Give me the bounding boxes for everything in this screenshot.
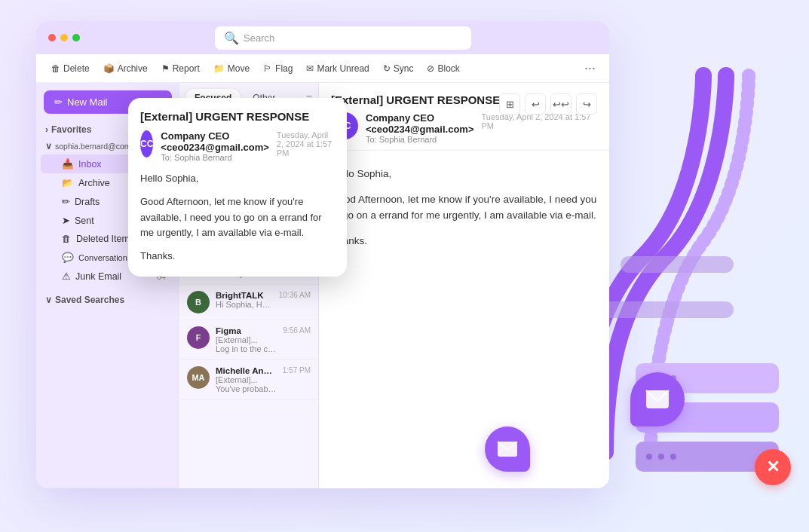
history-icon: 💬: [62, 252, 74, 263]
inbox-icon: 📥: [62, 158, 74, 170]
search-icon: 🔍: [224, 31, 239, 45]
email-item[interactable]: B BrightTALK Hi Sophia, Here is what... …: [179, 285, 318, 320]
server-dot: [658, 454, 664, 460]
chevron-right-icon-2: ∨: [45, 295, 52, 305]
email-detail-pane: [External] URGENT RESPONSE ⊞ ↩ ↩↩ ↪ CC C…: [319, 83, 609, 488]
email-subject-preview: Log in to the conferen...: [216, 344, 277, 353]
email-body: Hello Sophia, Good Afternoon, let me kno…: [319, 151, 609, 488]
spotlight-greeting: Hello Sophia,: [140, 171, 335, 187]
archive-icon: 📦: [103, 63, 115, 74]
email-item[interactable]: F Figma [External]... Log in to the conf…: [179, 320, 318, 360]
close-traffic-light[interactable]: [48, 34, 56, 41]
email-sender: Figma: [216, 326, 277, 335]
sidebar-saved-searches-header[interactable]: ∨ Saved Searches: [36, 292, 179, 308]
server-dot: [646, 454, 652, 460]
email-item[interactable]: MA Michelle Anderson [External]... You'v…: [179, 360, 318, 400]
email-detail-header: [External] URGENT RESPONSE ⊞ ↩ ↩↩ ↪ CC C…: [319, 83, 609, 151]
avatar: MA: [187, 366, 210, 389]
svg-rect-0: [621, 256, 734, 273]
sent-icon: ➤: [62, 215, 70, 226]
traffic-lights: [48, 34, 80, 41]
reply-button[interactable]: ↩: [525, 93, 546, 115]
spotlight-sender-row: CC Company CEO <ceo0234@gmail.com> To: S…: [140, 130, 335, 162]
email-time: 1:57 PM: [283, 366, 311, 375]
body-content: Good Afternoon, let me know if you're av…: [331, 191, 597, 224]
reply-all-button[interactable]: ↩↩: [550, 93, 572, 115]
expand-button[interactable]: ⊞: [499, 93, 520, 115]
email-time: 10:36 AM: [279, 291, 311, 299]
report-button[interactable]: ⚑ Report: [155, 60, 206, 77]
junk-icon: ⚠: [62, 271, 71, 282]
email-preview: [External]...: [216, 375, 277, 384]
email-subject-preview: You've probably heard...: [216, 384, 277, 393]
forward-button[interactable]: ↪: [576, 93, 597, 115]
body-greeting: Hello Sophia,: [331, 166, 597, 182]
sync-button[interactable]: ↻ Sync: [377, 60, 420, 77]
toolbar: 🗑 Delete 📦 Archive ⚑ Report 📁 Move 🏳 Fla…: [36, 54, 609, 83]
sender-to: To: Sophia Bernard: [366, 135, 473, 144]
block-icon: ⊘: [427, 63, 434, 74]
deleted-icon: 🗑: [62, 234, 72, 244]
search-bar[interactable]: 🔍 Search: [215, 26, 471, 50]
svg-rect-1: [598, 301, 734, 318]
archive-button[interactable]: 📦 Archive: [97, 60, 154, 77]
avatar: B: [187, 291, 210, 313]
chevron-down-icon: ∨: [45, 141, 52, 151]
mark-unread-button[interactable]: ✉ Mark Unread: [300, 60, 375, 77]
more-options-button[interactable]: ···: [580, 60, 600, 76]
email-sender: Michelle Anderson: [216, 366, 277, 375]
mail-icon-svg-2: [497, 441, 518, 457]
sender-name: Company CEO <ceo0234@gmail.com>: [366, 112, 473, 135]
compose-icon: ✏: [54, 96, 63, 108]
delete-icon: 🗑: [51, 63, 60, 74]
move-button[interactable]: 📁 Move: [207, 60, 256, 77]
spotlight-content: Good Afternoon, let me know if you're av…: [140, 194, 335, 241]
spotlight-avatar: CC: [140, 130, 153, 157]
email-preview: [External]...: [216, 335, 277, 344]
mail-icon-svg: [645, 390, 670, 409]
delete-button[interactable]: 🗑 Delete: [45, 60, 96, 77]
flag-button[interactable]: 🏳 Flag: [257, 60, 299, 77]
title-bar: 🔍 Search: [36, 21, 609, 54]
flag-icon: 🏳: [263, 63, 272, 74]
block-button[interactable]: ⊘ Block: [421, 60, 465, 77]
server-dot: [670, 454, 676, 460]
spotlight-popup: [External] URGENT RESPONSE CC Company CE…: [128, 98, 347, 277]
mark-unread-icon: ✉: [306, 63, 314, 74]
spotlight-timestamp: Tuesday, April 2, 2024 at 1:57 PM: [277, 130, 335, 157]
sync-icon: ↻: [383, 63, 391, 74]
email-timestamp: Tuesday, April 2, 2024 at 1:57 PM: [481, 112, 597, 130]
report-icon: ⚑: [161, 63, 170, 74]
search-label: Search: [244, 32, 274, 44]
email-sender: BrightTALK: [216, 291, 273, 300]
drafts-icon: ✏: [62, 196, 70, 207]
email-time: 9:56 AM: [283, 326, 311, 335]
email-subject-preview: Hi Sophia, Here is what...: [216, 300, 273, 309]
mail-bubble-icon-1: [630, 372, 685, 427]
minimize-traffic-light[interactable]: [60, 34, 68, 41]
close-error-icon: ✕: [755, 449, 791, 485]
chevron-right-icon: ›: [45, 124, 48, 135]
spotlight-closing: Thanks.: [140, 249, 335, 264]
archive-folder-icon: 📂: [62, 177, 74, 188]
spotlight-to: To: Sophia Bernard: [161, 153, 268, 162]
move-icon: 📁: [213, 63, 225, 74]
maximize-traffic-light[interactable]: [72, 34, 80, 41]
spotlight-body: Hello Sophia, Good Afternoon, let me kno…: [140, 171, 335, 264]
sender-row: CC Company CEO <ceo0234@gmail.com> To: S…: [331, 112, 597, 144]
body-closing: Thanks.: [331, 233, 597, 249]
email-action-buttons: ⊞ ↩ ↩↩ ↪: [499, 93, 597, 115]
avatar: F: [187, 326, 210, 349]
spotlight-sender-name: Company CEO <ceo0234@gmail.com>: [161, 130, 268, 153]
mail-bubble-icon-2: [485, 427, 530, 472]
spotlight-subject: [External] URGENT RESPONSE: [140, 110, 335, 123]
